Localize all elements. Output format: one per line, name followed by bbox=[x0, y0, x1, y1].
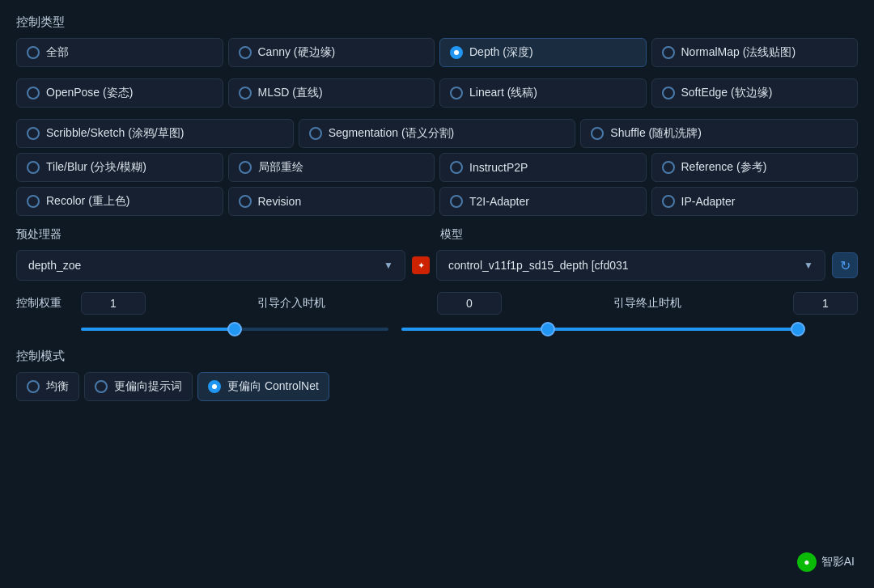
control-type-label: IP-Adapter bbox=[681, 195, 736, 208]
radio-circle-icon bbox=[662, 195, 675, 208]
radio-circle-icon bbox=[450, 161, 463, 174]
model-label: 模型 bbox=[440, 227, 858, 242]
control-type-option[interactable]: InstructP2P bbox=[439, 153, 647, 182]
control-mode-title: 控制模式 bbox=[16, 349, 858, 364]
radio-circle-icon bbox=[662, 46, 675, 59]
radio-circle-icon bbox=[27, 195, 40, 208]
weight-slider-thumb[interactable] bbox=[227, 322, 242, 336]
weight-slider-track-container bbox=[81, 321, 388, 337]
radio-circle-icon bbox=[309, 127, 322, 140]
control-weight-value-box[interactable]: 1 bbox=[81, 292, 146, 315]
control-type-label: Segmentation (语义分割) bbox=[329, 126, 455, 141]
radio-circle-icon bbox=[239, 46, 252, 59]
radio-circle-icon bbox=[239, 87, 252, 99]
control-type-label: OpenPose (姿态) bbox=[46, 86, 133, 100]
radio-circle-icon bbox=[27, 46, 40, 59]
control-type-label: MLSD (直线) bbox=[258, 86, 323, 100]
wechat-icon: ● bbox=[797, 552, 817, 572]
control-type-label: SoftEdge (软边缘) bbox=[681, 86, 773, 100]
control-type-option[interactable]: Lineart (线稿) bbox=[439, 78, 647, 108]
guide-end-value-box[interactable]: 1 bbox=[793, 292, 858, 315]
control-mode-option[interactable]: 均衡 bbox=[16, 372, 79, 401]
control-type-label: Depth (深度) bbox=[469, 45, 533, 60]
radio-circle-icon bbox=[450, 46, 463, 59]
control-type-label: Reference (参考) bbox=[681, 160, 767, 175]
guide-end-label: 引导终止时机 bbox=[508, 296, 787, 311]
watermark-text: 智影AI bbox=[821, 555, 855, 569]
control-mode-grid: 均衡更偏向提示词更偏向 ControlNet bbox=[16, 372, 858, 401]
model-value: control_v11f1p_sd15_depth [cfd031 bbox=[448, 259, 629, 272]
radio-circle-icon bbox=[95, 380, 108, 393]
control-mode-option[interactable]: 更偏向提示词 bbox=[84, 372, 193, 401]
model-select[interactable]: control_v11f1p_sd15_depth [cfd031 ▼ bbox=[436, 250, 825, 281]
control-mode-label: 均衡 bbox=[46, 379, 69, 394]
control-type-label: Recolor (重上色) bbox=[46, 194, 129, 209]
guide-slider-fill bbox=[401, 328, 798, 331]
guide-start-thumb[interactable] bbox=[541, 322, 555, 336]
control-type-option[interactable]: NormalMap (法线贴图) bbox=[651, 38, 859, 67]
radio-circle-icon bbox=[239, 195, 252, 208]
control-type-option[interactable]: Reference (参考) bbox=[651, 153, 859, 182]
radio-circle-icon bbox=[450, 87, 463, 99]
control-type-label: Scribble/Sketch (涂鸦/草图) bbox=[46, 126, 184, 141]
preprocessor-value: depth_zoe bbox=[28, 259, 81, 272]
guide-end-thumb[interactable] bbox=[791, 322, 805, 336]
preprocessor-label: 预处理器 bbox=[16, 227, 434, 242]
control-weight-label: 控制权重 bbox=[16, 296, 81, 311]
control-type-label: 局部重绘 bbox=[258, 160, 303, 175]
radio-circle-icon bbox=[239, 161, 252, 174]
control-type-option[interactable]: Depth (深度) bbox=[439, 38, 647, 67]
control-type-grid-row5: Recolor (重上色)RevisionT2I-AdapterIP-Adapt… bbox=[16, 187, 858, 216]
control-type-label: Canny (硬边缘) bbox=[258, 45, 336, 60]
control-type-option[interactable]: Recolor (重上色) bbox=[16, 187, 223, 216]
fire-button[interactable]: ✦ bbox=[412, 256, 430, 274]
radio-circle-icon bbox=[591, 127, 604, 140]
guide-start-value-box[interactable]: 0 bbox=[437, 292, 502, 315]
radio-circle-icon bbox=[662, 161, 675, 174]
radio-circle-icon bbox=[662, 87, 675, 99]
radio-circle-icon bbox=[450, 195, 463, 208]
radio-circle-icon bbox=[27, 127, 40, 140]
section-title: 控制类型 bbox=[16, 15, 858, 30]
control-mode-label: 更偏向 ControlNet bbox=[227, 379, 319, 394]
control-type-option[interactable]: Canny (硬边缘) bbox=[228, 38, 435, 67]
radio-circle-icon bbox=[27, 380, 40, 393]
radio-circle-icon bbox=[27, 161, 40, 174]
control-type-label: T2I-Adapter bbox=[469, 195, 529, 208]
control-type-grid-row1: 全部Canny (硬边缘)Depth (深度)NormalMap (法线贴图) bbox=[16, 38, 858, 67]
control-type-grid-row2: OpenPose (姿态)MLSD (直线)Lineart (线稿)SoftEd… bbox=[16, 78, 858, 108]
control-type-label: Revision bbox=[258, 195, 302, 208]
control-type-option[interactable]: IP-Adapter bbox=[651, 187, 859, 216]
control-type-label: InstructP2P bbox=[469, 161, 528, 174]
preprocessor-arrow-icon: ▼ bbox=[384, 260, 393, 271]
control-type-option[interactable]: SoftEdge (软边缘) bbox=[651, 78, 859, 108]
guide-slider-track-container bbox=[401, 321, 798, 337]
control-type-option[interactable]: Shuffle (随机洗牌) bbox=[580, 119, 858, 148]
control-type-grid-row4: Tile/Blur (分块/模糊)局部重绘InstructP2PReferenc… bbox=[16, 153, 858, 182]
radio-circle-icon bbox=[208, 380, 221, 393]
weight-slider-fill bbox=[81, 328, 235, 331]
control-type-option[interactable]: Scribble/Sketch (涂鸦/草图) bbox=[16, 119, 294, 148]
radio-circle-icon bbox=[27, 87, 40, 99]
control-type-option[interactable]: Revision bbox=[228, 187, 435, 216]
control-mode-option[interactable]: 更偏向 ControlNet bbox=[197, 372, 329, 401]
model-arrow-icon: ▼ bbox=[804, 260, 813, 271]
control-type-label: Tile/Blur (分块/模糊) bbox=[46, 160, 146, 175]
control-type-label: NormalMap (法线贴图) bbox=[681, 45, 796, 60]
control-type-option[interactable]: OpenPose (姿态) bbox=[16, 78, 223, 108]
preprocessor-select[interactable]: depth_zoe ▼ bbox=[16, 250, 405, 281]
control-type-option[interactable]: T2I-Adapter bbox=[439, 187, 647, 216]
watermark: ● 智影AI bbox=[797, 552, 855, 572]
control-type-option[interactable]: MLSD (直线) bbox=[228, 78, 435, 108]
control-type-option[interactable]: Tile/Blur (分块/模糊) bbox=[16, 153, 223, 182]
control-mode-label: 更偏向提示词 bbox=[114, 379, 182, 394]
control-type-label: 全部 bbox=[46, 45, 69, 60]
control-type-grid-row3: Scribble/Sketch (涂鸦/草图)Segmentation (语义分… bbox=[16, 119, 858, 148]
control-type-label: Lineart (线稿) bbox=[469, 86, 537, 100]
control-type-option[interactable]: 局部重绘 bbox=[228, 153, 435, 182]
control-type-option[interactable]: 全部 bbox=[16, 38, 223, 67]
control-type-label: Shuffle (随机洗牌) bbox=[610, 126, 702, 141]
control-type-option[interactable]: Segmentation (语义分割) bbox=[299, 119, 576, 148]
guide-start-label: 引导介入时机 bbox=[152, 296, 431, 311]
refresh-button[interactable]: ↻ bbox=[832, 252, 858, 278]
